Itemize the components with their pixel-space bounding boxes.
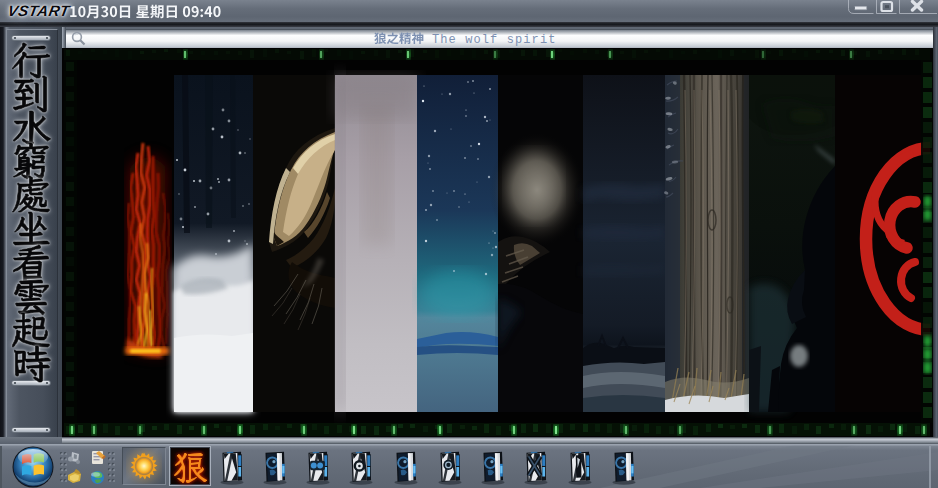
svg-text:The wolf spirit: The wolf spirit xyxy=(432,33,557,47)
